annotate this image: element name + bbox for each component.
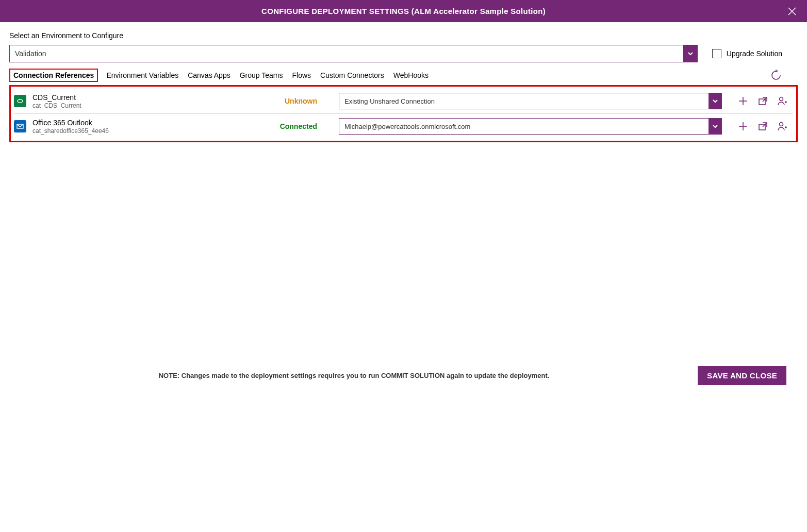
connection-name-col: CDS_Current cat_CDS_Current: [32, 93, 254, 109]
environment-caret[interactable]: [683, 45, 698, 62]
add-connection-button[interactable]: [737, 95, 749, 107]
svg-point-14: [780, 123, 783, 126]
outlook-icon: [14, 120, 26, 132]
tab-group-teams[interactable]: Group Teams: [239, 69, 284, 81]
open-connection-button[interactable]: [757, 121, 768, 132]
connection-actions: [737, 121, 788, 132]
connection-select[interactable]: Existing Unshared Connection: [339, 93, 722, 109]
close-icon: [787, 6, 797, 16]
tab-webhooks[interactable]: WebHooks: [392, 69, 430, 81]
dialog-content: Select an Environment to Configure Valid…: [0, 22, 807, 142]
chevron-down-icon: [712, 98, 718, 104]
connection-select-value[interactable]: Existing Unshared Connection: [339, 93, 709, 109]
connection-name-col: Office 365 Outlook cat_sharedoffice365_4…: [32, 119, 254, 135]
dialog-footer: NOTE: Changes made to the deployment set…: [0, 366, 807, 385]
connection-select[interactable]: Michaelp@powercattools.onmicrosoft.com: [339, 118, 722, 135]
connection-select-caret[interactable]: [709, 118, 722, 135]
chevron-down-icon: [687, 50, 694, 57]
plus-icon: [738, 96, 748, 106]
connection-name: Office 365 Outlook: [32, 119, 254, 127]
upgrade-solution-label: Upgrade Solution: [727, 49, 782, 58]
connection-row: Office 365 Outlook cat_sharedoffice365_4…: [14, 114, 793, 139]
environment-row: Validation Upgrade Solution: [9, 45, 798, 62]
footer-note: NOTE: Changes made to the deployment set…: [10, 372, 698, 379]
close-button[interactable]: [786, 6, 798, 17]
connection-status: Unknown: [260, 97, 317, 105]
add-user-button[interactable]: [777, 121, 788, 132]
add-connection-button[interactable]: [737, 121, 749, 132]
svg-line-5: [763, 97, 767, 102]
connection-status: Connected: [260, 122, 317, 130]
connection-logical-name: cat_CDS_Current: [32, 102, 254, 109]
user-plus-icon: [777, 121, 787, 131]
svg-point-6: [780, 97, 783, 101]
refresh-icon: [770, 70, 782, 81]
environment-value[interactable]: Validation: [9, 45, 683, 62]
open-connection-button[interactable]: [757, 95, 768, 107]
environment-combo[interactable]: Validation: [9, 45, 698, 62]
connection-select-wrap: Existing Unshared Connection: [339, 93, 722, 109]
save-and-close-button[interactable]: SAVE AND CLOSE: [698, 366, 786, 385]
open-external-icon: [757, 96, 768, 106]
connection-select-value[interactable]: Michaelp@powercattools.onmicrosoft.com: [339, 118, 709, 135]
dataverse-icon: [14, 95, 26, 107]
environment-label: Select an Environment to Configure: [9, 31, 798, 40]
tab-flows[interactable]: Flows: [291, 69, 312, 81]
open-external-icon: [757, 121, 768, 131]
tab-connection-references[interactable]: Connection References: [9, 69, 98, 82]
upgrade-solution-checkbox[interactable]: Upgrade Solution: [712, 49, 798, 58]
connection-actions: [737, 95, 788, 107]
dialog-header: CONFIGURE DEPLOYMENT SETTINGS (ALM Accel…: [0, 0, 807, 22]
connection-row: CDS_Current cat_CDS_Current Unknown Exis…: [14, 89, 793, 114]
tab-canvas-apps[interactable]: Canvas Apps: [187, 69, 232, 81]
connection-select-wrap: Michaelp@powercattools.onmicrosoft.com: [339, 118, 722, 135]
connection-select-caret[interactable]: [709, 93, 722, 109]
connection-references-list: CDS_Current cat_CDS_Current Unknown Exis…: [9, 85, 798, 142]
checkbox-box[interactable]: [712, 49, 721, 58]
dialog-title: CONFIGURE DEPLOYMENT SETTINGS (ALM Accel…: [261, 7, 546, 15]
user-plus-icon: [777, 96, 787, 106]
add-user-button[interactable]: [777, 95, 788, 107]
tab-environment-variables[interactable]: Environment Variables: [105, 69, 179, 81]
tab-custom-connectors[interactable]: Custom Connectors: [319, 69, 385, 81]
refresh-button[interactable]: [770, 69, 782, 81]
connection-name: CDS_Current: [32, 93, 254, 102]
svg-line-13: [763, 123, 767, 127]
connection-logical-name: cat_sharedoffice365_4ee46: [32, 127, 254, 135]
plus-icon: [738, 121, 748, 131]
chevron-down-icon: [712, 123, 718, 129]
tabs: Connection References Environment Variab…: [9, 69, 798, 82]
